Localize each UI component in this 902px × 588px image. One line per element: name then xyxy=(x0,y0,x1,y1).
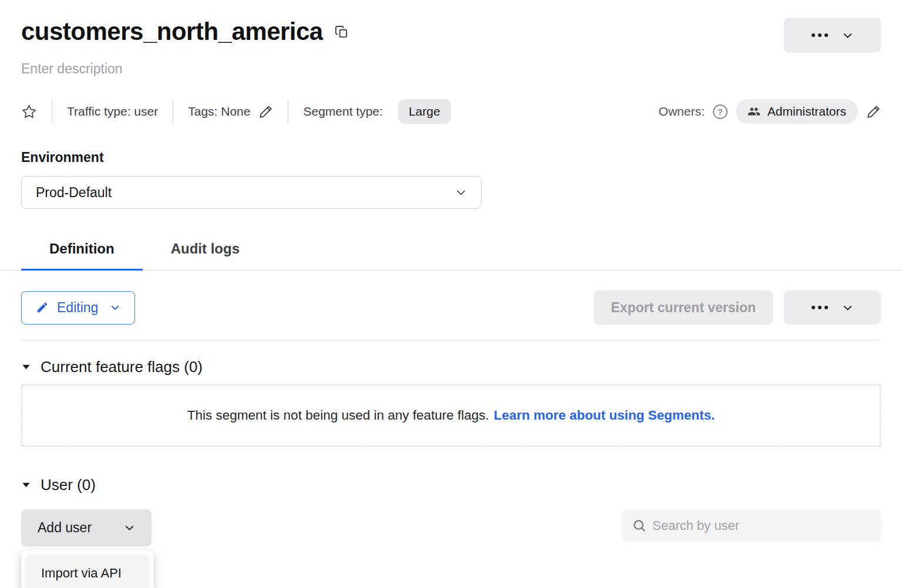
add-user-dropdown-menu: Import via API xyxy=(21,550,154,588)
traffic-type-label: Traffic type: user xyxy=(67,104,158,119)
feature-flags-empty-state: This segment is not being used in any fe… xyxy=(21,384,881,447)
owners-pill[interactable]: Administrators xyxy=(736,99,858,124)
feature-flags-section-title: Current feature flags (0) xyxy=(41,358,203,376)
environment-select[interactable]: Prod-Default xyxy=(21,176,482,209)
chevron-down-icon xyxy=(110,302,120,313)
feature-flags-section-header[interactable]: Current feature flags (0) xyxy=(21,358,881,376)
tags-item: Tags: None xyxy=(188,104,273,119)
export-current-version-button[interactable]: Export current version xyxy=(594,290,773,325)
owners-label: Owners: xyxy=(659,104,705,119)
owners-value: Administrators xyxy=(768,104,846,119)
environment-label: Environment xyxy=(21,150,881,165)
edit-owners-icon[interactable] xyxy=(866,104,881,119)
title-group: customers_north_america xyxy=(21,18,348,46)
title-row: customers_north_america xyxy=(21,18,881,53)
user-search xyxy=(622,509,881,542)
user-section: User (0) Add user Import via API xyxy=(21,476,881,546)
search-icon xyxy=(632,518,647,533)
ellipsis-icon xyxy=(812,33,828,37)
divider xyxy=(288,100,288,123)
add-user-label: Add user xyxy=(38,520,92,536)
caret-down-icon xyxy=(21,480,31,490)
environment-selected-value: Prod-Default xyxy=(36,185,112,201)
menu-item-import-via-api[interactable]: Import via API xyxy=(26,555,149,588)
editing-mode-button[interactable]: Editing xyxy=(21,291,135,325)
divider xyxy=(173,100,173,123)
header-more-button[interactable] xyxy=(784,18,881,53)
divider xyxy=(21,340,881,340)
tags-label: Tags: None xyxy=(188,104,250,119)
search-by-user-input[interactable] xyxy=(652,518,871,533)
segment-type-label: Segment type: xyxy=(303,104,382,119)
pencil-icon xyxy=(36,301,49,314)
chevron-down-icon xyxy=(842,302,853,313)
segment-type-item: Segment type: Large xyxy=(303,99,450,124)
edit-tags-icon[interactable] xyxy=(258,104,273,119)
page-title: customers_north_america xyxy=(21,18,323,46)
star-icon[interactable] xyxy=(21,104,37,120)
tab-audit-logs[interactable]: Audit logs xyxy=(143,231,268,270)
segment-detail-page: customers_north_america Enter descriptio… xyxy=(0,0,902,588)
chevron-down-icon xyxy=(455,187,467,198)
empty-state-text: This segment is not being used in any fe… xyxy=(187,408,489,423)
chevron-down-icon xyxy=(842,30,853,41)
caret-down-icon xyxy=(21,362,31,372)
add-user-button[interactable]: Add user xyxy=(21,509,152,546)
definition-toolbar: Editing Export current version xyxy=(21,290,881,325)
tab-bar: Definition Audit logs xyxy=(0,231,902,271)
chevron-down-icon xyxy=(124,522,135,533)
feature-flags-section: Current feature flags (0) This segment i… xyxy=(21,358,881,447)
divider xyxy=(52,100,52,123)
add-user-group: Add user Import via API xyxy=(21,509,152,546)
definition-more-button[interactable] xyxy=(784,290,881,325)
description-input[interactable]: Enter description xyxy=(21,61,881,77)
segment-type-badge: Large xyxy=(398,99,451,124)
user-section-header[interactable]: User (0) xyxy=(21,476,881,494)
learn-more-link[interactable]: Learn more about using Segments. xyxy=(494,408,715,423)
owners-group: Owners: Administrators xyxy=(659,99,881,124)
tab-definition[interactable]: Definition xyxy=(21,231,143,270)
editing-label: Editing xyxy=(57,300,98,316)
people-icon xyxy=(748,105,760,118)
help-icon[interactable] xyxy=(713,104,728,119)
ellipsis-icon xyxy=(812,306,828,309)
user-section-title: User (0) xyxy=(41,476,96,494)
toolbar-right: Export current version xyxy=(594,290,881,325)
user-controls-row: Add user Import via API xyxy=(21,509,881,546)
copy-icon[interactable] xyxy=(335,25,348,39)
meta-row: Traffic type: user Tags: None Segment ty… xyxy=(21,99,881,124)
